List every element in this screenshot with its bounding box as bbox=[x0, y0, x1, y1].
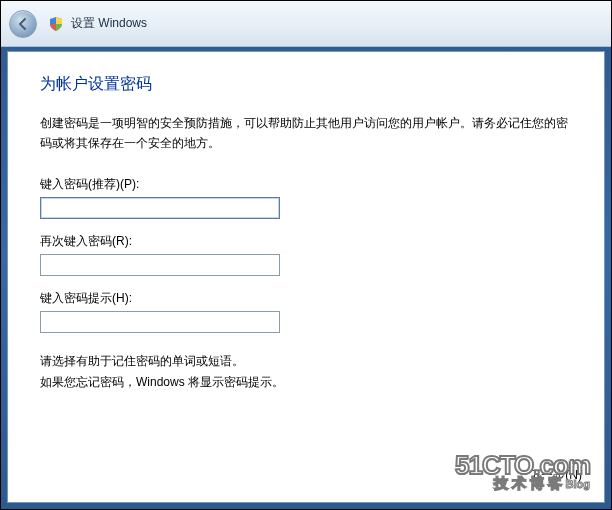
wizard-header: 设置 Windows bbox=[1, 1, 611, 47]
confirm-field-block: 再次键入密码(R): bbox=[40, 233, 572, 276]
hint-label: 键入密码提示(H): bbox=[40, 290, 572, 307]
header-title: 设置 Windows bbox=[71, 15, 147, 32]
hint-help-line2: 如果您忘记密码，Windows 将显示密码提示。 bbox=[40, 372, 572, 394]
hint-field-block: 键入密码提示(H): bbox=[40, 290, 572, 333]
password-label: 键入密码(推荐)(P): bbox=[40, 176, 572, 193]
hint-help-text: 请选择有助于记住密码的单词或短语。 如果您忘记密码，Windows 将显示密码提… bbox=[40, 351, 572, 394]
back-button[interactable] bbox=[9, 10, 37, 38]
next-button[interactable]: 下一步(N) bbox=[529, 467, 582, 484]
page-heading: 为帐户设置密码 bbox=[40, 74, 572, 95]
page-description: 创建密码是一项明智的安全预防措施，可以帮助防止其他用户访问您的用户帐户。请务必记… bbox=[40, 113, 572, 154]
hint-input[interactable] bbox=[40, 311, 280, 333]
confirm-input[interactable] bbox=[40, 254, 280, 276]
password-input[interactable] bbox=[40, 197, 280, 219]
shield-icon bbox=[47, 15, 65, 33]
window-frame: 设置 Windows 为帐户设置密码 创建密码是一项明智的安全预防措施，可以帮助… bbox=[0, 0, 612, 510]
content-panel: 为帐户设置密码 创建密码是一项明智的安全预防措施，可以帮助防止其他用户访问您的用… bbox=[7, 51, 605, 503]
password-field-block: 键入密码(推荐)(P): bbox=[40, 176, 572, 219]
hint-help-line1: 请选择有助于记住密码的单词或短语。 bbox=[40, 351, 572, 373]
confirm-label: 再次键入密码(R): bbox=[40, 233, 572, 250]
back-arrow-icon bbox=[16, 17, 30, 31]
